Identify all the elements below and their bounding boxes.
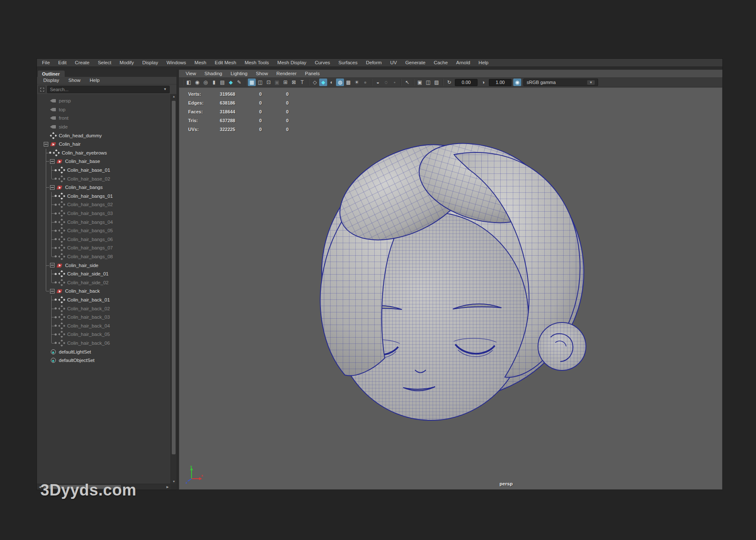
contrast-field[interactable]: 1.00 bbox=[489, 79, 512, 86]
main-menu-item-edit[interactable]: Edit bbox=[54, 59, 71, 67]
outliner-item-colin-hair-base-02[interactable]: Colin_hair_base_02 bbox=[37, 174, 171, 183]
textured-icon[interactable]: ◐ bbox=[328, 79, 336, 86]
film-gate-icon[interactable]: ◫ bbox=[256, 79, 264, 86]
outliner-menu-item-show[interactable]: Show bbox=[64, 76, 85, 84]
viewport-menu-item-view[interactable]: View bbox=[181, 70, 200, 78]
main-menu-item-deform[interactable]: Deform bbox=[362, 59, 386, 67]
outliner-item-colin-hair-back-01[interactable]: Colin_hair_back_01 bbox=[37, 296, 171, 304]
outliner-item-top[interactable]: top bbox=[37, 105, 171, 114]
main-menu-item-mesh[interactable]: Mesh bbox=[190, 59, 210, 67]
main-menu-item-select[interactable]: Select bbox=[94, 59, 116, 67]
safe-title-icon[interactable]: T bbox=[298, 79, 306, 86]
image-plane-icon[interactable]: ▤ bbox=[218, 79, 226, 86]
search-dropdown-arrow-icon[interactable]: ▼ bbox=[161, 87, 169, 91]
motion-blur-icon[interactable]: ◌ bbox=[382, 79, 390, 86]
main-menu-item-windows[interactable]: Windows bbox=[162, 59, 190, 67]
grid-icon[interactable]: ▦ bbox=[248, 79, 256, 86]
viewport-menu-item-show[interactable]: Show bbox=[252, 70, 272, 78]
duplicate-pane-icon[interactable]: ◫ bbox=[424, 79, 432, 86]
resolution-gate-icon[interactable]: ⊡ bbox=[265, 79, 273, 86]
main-menu-item-file[interactable]: File bbox=[38, 59, 54, 67]
viewport-menu-item-shading[interactable]: Shading bbox=[200, 70, 226, 78]
default-material-icon[interactable]: ▩ bbox=[344, 79, 352, 86]
snapshot-icon[interactable]: ▨ bbox=[433, 79, 441, 86]
outliner-item-colin-hair-eyebrows[interactable]: Colin_hair_eyebrows bbox=[37, 149, 171, 157]
outliner-item-colin-hair-back[interactable]: Colin_hair_back bbox=[37, 287, 171, 296]
camera-lock-icon[interactable]: ◉ bbox=[193, 79, 201, 86]
view-transform-dropdown[interactable]: sRGB gamma▼ bbox=[523, 79, 598, 86]
outliner-item-colin-hair-bangs-01[interactable]: Colin_hair_bangs_01 bbox=[37, 192, 171, 201]
expand-collapse-icon[interactable] bbox=[50, 185, 55, 190]
outliner-item-colin-hair-side-01[interactable]: Colin_hair_side_01 bbox=[37, 270, 171, 278]
main-menu-item-help[interactable]: Help bbox=[474, 59, 493, 67]
smooth-shade-icon[interactable]: ◆ bbox=[319, 79, 327, 86]
viewport-menu-item-panels[interactable]: Panels bbox=[301, 70, 324, 78]
outliner-item-colin-hair-bangs-04[interactable]: Colin_hair_bangs_04 bbox=[37, 218, 171, 226]
dropdown-arrow-icon[interactable]: ▼ bbox=[587, 80, 595, 85]
lighting-icon[interactable]: ☀ bbox=[353, 79, 361, 86]
scroll-right-arrow-icon[interactable]: ▶ bbox=[165, 484, 171, 490]
outliner-item-colin-hair-back-05[interactable]: Colin_hair_back_05 bbox=[37, 330, 171, 339]
vertical-scrollbar-thumb[interactable] bbox=[172, 101, 176, 454]
viewport-3d-view[interactable]: Verts:31956800Edges:63818600Faces:318644… bbox=[179, 87, 722, 490]
outliner-item-persp[interactable]: persp bbox=[37, 97, 171, 105]
main-menu-item-generate[interactable]: Generate bbox=[401, 59, 430, 67]
main-menu-item-curves[interactable]: Curves bbox=[310, 59, 334, 67]
main-menu-item-cache[interactable]: Cache bbox=[430, 59, 452, 67]
outliner-item-colin-hair-bangs-07[interactable]: Colin_hair_bangs_07 bbox=[37, 244, 171, 252]
main-menu-item-edit-mesh[interactable]: Edit Mesh bbox=[210, 59, 240, 67]
outliner-item-colin-hair-side-02[interactable]: Colin_hair_side_02 bbox=[37, 278, 171, 287]
two-point-camera-icon[interactable]: ◆ bbox=[227, 79, 235, 86]
outliner-item-colin-head-dummy[interactable]: Colin_head_dummy bbox=[37, 131, 171, 140]
field-chart-icon[interactable]: ⊞ bbox=[281, 79, 289, 86]
outliner-item-colin-hair-back-03[interactable]: Colin_hair_back_03 bbox=[37, 313, 171, 322]
outliner-item-colin-hair-back-04[interactable]: Colin_hair_back_04 bbox=[37, 321, 171, 330]
main-menu-item-create[interactable]: Create bbox=[71, 59, 94, 67]
outliner-item-side[interactable]: side bbox=[37, 123, 171, 131]
multisample-icon[interactable]: ▪ bbox=[391, 79, 399, 86]
scroll-down-arrow-icon[interactable]: ▼ bbox=[171, 480, 177, 483]
outliner-menu-item-display[interactable]: Display bbox=[39, 76, 64, 84]
outliner-item-colin-hair-bangs-02[interactable]: Colin_hair_bangs_02 bbox=[37, 200, 171, 209]
selection-mask-icon[interactable] bbox=[38, 86, 45, 93]
outliner-item-colin-hair[interactable]: Colin_hair bbox=[37, 140, 171, 149]
safe-action-icon[interactable]: ⊠ bbox=[290, 79, 298, 86]
viewport-menu-item-lighting[interactable]: Lighting bbox=[226, 70, 252, 78]
outliner-item-colin-hair-bangs-06[interactable]: Colin_hair_bangs_06 bbox=[37, 235, 171, 244]
outliner-item-colin-hair-bangs-03[interactable]: Colin_hair_bangs_03 bbox=[37, 209, 171, 218]
main-menu-item-arnold[interactable]: Arnold bbox=[452, 59, 474, 67]
exposure-field[interactable]: 0.00 bbox=[455, 79, 478, 86]
camera-settings-icon[interactable]: ◎ bbox=[202, 79, 210, 86]
outliner-item-colin-hair-base-01[interactable]: Colin_hair_base_01 bbox=[37, 166, 171, 175]
main-menu-item-uv[interactable]: UV bbox=[386, 59, 401, 67]
main-menu-item-mesh-display[interactable]: Mesh Display bbox=[273, 59, 310, 67]
outliner-item-colin-hair-base[interactable]: Colin_hair_base bbox=[37, 157, 171, 166]
search-input[interactable] bbox=[47, 87, 161, 92]
outliner-item-colin-hair-back-06[interactable]: Colin_hair_back_06 bbox=[37, 339, 171, 348]
scroll-up-arrow-icon[interactable]: ▲ bbox=[171, 95, 177, 98]
wireframe-on-shaded-icon[interactable]: ◍ bbox=[336, 79, 344, 86]
main-menu-item-mesh-tools[interactable]: Mesh Tools bbox=[240, 59, 273, 67]
occlusion-icon[interactable]: ◒ bbox=[374, 79, 382, 86]
contrast-icon[interactable]: ◑ bbox=[479, 79, 487, 86]
outliner-tab[interactable]: Outliner bbox=[38, 71, 65, 77]
isolate-select-icon[interactable]: ▣ bbox=[416, 79, 424, 86]
outliner-vertical-scrollbar[interactable]: ▲ ▼ bbox=[171, 94, 176, 484]
outliner-item-colin-hair-bangs-08[interactable]: Colin_hair_bangs_08 bbox=[37, 252, 171, 261]
bookmark-icon[interactable]: ▮ bbox=[210, 79, 218, 86]
pencil-curve-icon[interactable]: ✎ bbox=[235, 79, 243, 86]
gate-mask-icon[interactable]: ▣ bbox=[273, 79, 281, 86]
expand-collapse-icon[interactable] bbox=[44, 142, 48, 147]
color-management-icon[interactable]: ◉ bbox=[513, 79, 521, 86]
outliner-item-colin-hair-back-02[interactable]: Colin_hair_back_02 bbox=[37, 304, 171, 313]
outliner-item-colin-hair-bangs[interactable]: Colin_hair_bangs bbox=[37, 183, 171, 192]
expand-collapse-icon[interactable] bbox=[50, 289, 55, 294]
main-menu-item-modify[interactable]: Modify bbox=[116, 59, 138, 67]
shadows-icon[interactable]: ● bbox=[361, 79, 369, 86]
outliner-item-defaultlightset[interactable]: defaultLightSet bbox=[37, 347, 171, 356]
search-field[interactable]: ▼ bbox=[47, 86, 170, 93]
expand-collapse-icon[interactable] bbox=[50, 263, 55, 267]
outliner-menu-item-help[interactable]: Help bbox=[85, 76, 105, 84]
outliner-item-front[interactable]: front bbox=[37, 114, 171, 123]
wireframe-icon[interactable]: ◇ bbox=[311, 79, 319, 86]
